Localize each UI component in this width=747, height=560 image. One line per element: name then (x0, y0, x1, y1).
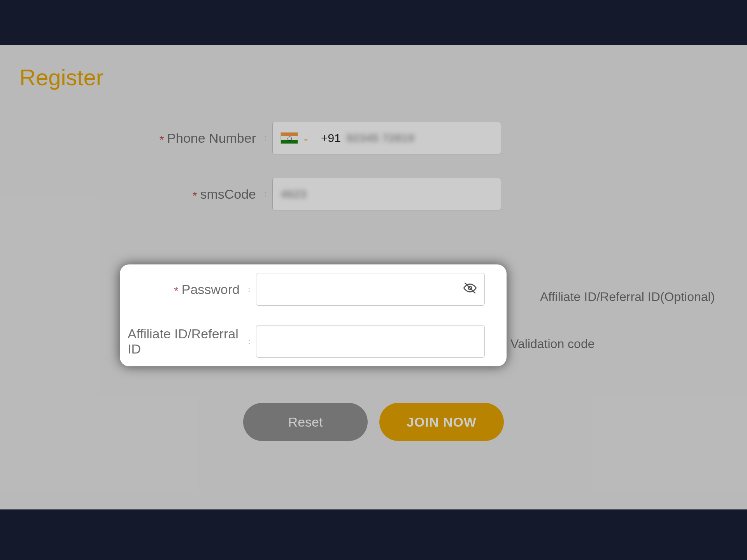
top-bar (0, 0, 747, 45)
phone-label-col: * Phone Number (19, 131, 261, 146)
password-label-col: * Password (128, 282, 244, 297)
button-row: Reset JOIN NOW (19, 403, 728, 441)
colon: : (265, 190, 267, 198)
phone-field: * Phone Number : ⌄ +91 92345 72819 (19, 122, 728, 154)
bottom-bar (0, 509, 747, 560)
page-title: Register (19, 64, 728, 90)
smscode-field: * smsCode : 4623 (19, 178, 728, 210)
join-now-button[interactable]: JOIN NOW (379, 403, 504, 441)
affiliate-hint: Affiliate ID/Referral ID(Optional) (540, 290, 715, 304)
validation-hint: Validation code (510, 337, 594, 351)
eye-off-icon[interactable] (463, 282, 477, 298)
phone-label: Phone Number (167, 131, 256, 146)
colon: : (265, 134, 267, 142)
highlight-zone: * Password : Affi (120, 264, 507, 366)
affiliate-input-wrap (256, 325, 485, 358)
password-field: * Password : (128, 273, 499, 306)
phone-number-masked: 92345 72819 (346, 131, 414, 145)
required-asterisk: * (174, 284, 179, 298)
flag-india-icon (281, 132, 298, 144)
page-area: Register * Phone Number : ⌄ +91 (0, 45, 747, 509)
chevron-down-icon: ⌄ (303, 133, 309, 143)
affiliate-input[interactable] (264, 330, 477, 353)
affiliate-label-col: Affiliate ID/Referral ID (128, 326, 244, 357)
colon: : (248, 338, 250, 346)
reset-button[interactable]: Reset (243, 403, 368, 441)
affiliate-field: Affiliate ID/Referral ID : (128, 325, 499, 358)
phone-input-wrap: ⌄ +91 92345 72819 (272, 122, 501, 154)
smscode-label: smsCode (200, 187, 256, 202)
phone-prefix: +91 (321, 131, 341, 145)
password-input-wrap (256, 273, 485, 306)
smscode-masked: 4623 (281, 187, 307, 201)
required-asterisk: * (193, 189, 197, 202)
required-asterisk: * (160, 133, 164, 146)
country-selector[interactable]: ⌄ (281, 132, 309, 144)
separator (19, 102, 728, 102)
password-label: Password (182, 282, 240, 297)
smscode-input-wrap: 4623 (272, 178, 501, 210)
colon: : (248, 285, 250, 294)
affiliate-label: Affiliate ID/Referral ID (128, 326, 240, 357)
password-input[interactable] (264, 278, 477, 301)
smscode-label-col: * smsCode (19, 187, 261, 202)
